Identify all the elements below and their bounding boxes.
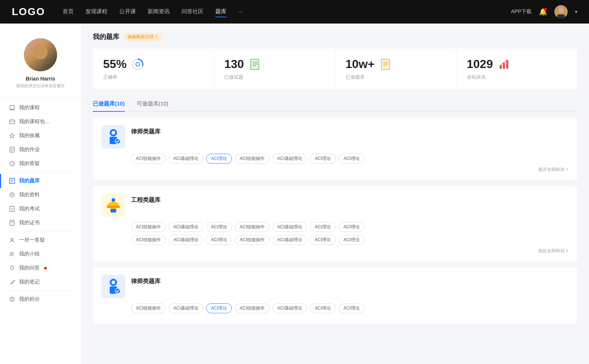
nav-home[interactable]: 首页 (63, 7, 74, 17)
user-menu-chevron[interactable]: ▾ (575, 9, 577, 14)
exam-icon (9, 206, 15, 212)
tag-item[interactable]: ACI基础理论 (272, 303, 307, 313)
sidebar-item-exam[interactable]: 我的考试 (0, 202, 81, 216)
svg-point-52 (112, 131, 115, 135)
svg-point-31 (11, 298, 13, 300)
svg-rect-5 (10, 120, 15, 124)
tag-item[interactable]: ACI理论 (206, 303, 232, 313)
tab-done[interactable]: 已做题库(10) (93, 97, 125, 111)
tag-item[interactable]: ACI理论 (310, 222, 336, 232)
nav-qbank[interactable]: 题库 (215, 7, 226, 17)
app-download-button[interactable]: APP下载 (511, 8, 532, 15)
sidebar-item-homework[interactable]: 我的作业 (0, 143, 81, 157)
expand-lawyer1[interactable]: 展开全部科目 > (102, 167, 568, 173)
navbar-right: APP下载 🔔 ▾ (511, 5, 577, 18)
tag-item[interactable]: ACI理论 (339, 222, 364, 232)
stat-db-row: 10w+ (346, 57, 446, 71)
nav-more[interactable]: ··· (238, 7, 243, 17)
tag-item[interactable]: ACI技能操作 (131, 154, 166, 164)
sidebar-item-group[interactable]: 我的小组 (0, 247, 81, 261)
tag-item[interactable]: ACI基础理论 (272, 235, 307, 245)
stat-rank-value: 1029 (467, 57, 493, 71)
user-name: Brian Harris (26, 76, 55, 82)
svg-point-49 (507, 60, 508, 61)
tab-todo[interactable]: 可做题库(10) (137, 97, 169, 111)
qbank-tags-lawyer1: ACI技能操作ACI基础理论ACI理论ACI技能操作ACI基础理论ACI理论AC… (131, 154, 568, 164)
sidebar-item-points[interactable]: 我的积分 (0, 292, 81, 306)
nav-qa[interactable]: 问答社区 (181, 7, 204, 17)
tag-item[interactable]: ACI基础理论 (169, 222, 203, 232)
notification-bell[interactable]: 🔔 (539, 8, 547, 16)
qbank-tags-eng-row2: ACI技能操作ACI基础理论ACI理论ACI技能操作ACI基础理论ACI理论AC… (131, 235, 568, 245)
favorites-icon (9, 132, 15, 139)
svg-point-34 (134, 61, 141, 68)
stat-accuracy-value: 55% (103, 57, 127, 71)
nav-discover[interactable]: 发现课程 (85, 7, 107, 17)
notification-dot (544, 8, 547, 11)
qbank-tags-lawyer2: ACI技能操作ACI基础理论ACI理论ACI技能操作ACI基础理论ACI理论AC… (131, 303, 568, 313)
avatar (24, 38, 57, 71)
tag-item[interactable]: ACI理论 (206, 235, 232, 245)
sidebar-divider-1 (6, 172, 75, 172)
sidebar-label-data: 我的资料 (19, 192, 40, 198)
tutor-icon (9, 237, 15, 243)
qbank-header-lawyer1: 律师类题库 (102, 125, 568, 149)
tag-item[interactable]: ACI技能操作 (131, 303, 166, 313)
svg-point-19 (11, 194, 13, 196)
sidebar-item-answers[interactable]: ? 我的答疑 (0, 157, 81, 171)
logo[interactable]: LOGO (12, 6, 45, 18)
tag-item[interactable]: ACI理论 (339, 303, 364, 313)
navbar: LOGO 首页 发现课程 公开课 新闻资讯 问答社区 题库 ··· APP下载 … (0, 0, 589, 24)
sidebar-item-course[interactable]: 我的课程 (0, 101, 81, 115)
tag-item[interactable]: ACI技能操作 (235, 303, 269, 313)
tag-item[interactable]: ACI技能操作 (131, 235, 166, 245)
tag-item[interactable]: ACI理论 (310, 303, 336, 313)
tag-item[interactable]: ACI理论 (310, 235, 336, 245)
tag-item[interactable]: ACI技能操作 (235, 235, 269, 245)
sidebar-item-notes[interactable]: 我的笔记 (0, 275, 81, 289)
tag-item[interactable]: ACI理论 (339, 154, 364, 164)
tag-item[interactable]: ACI基础理论 (169, 303, 203, 313)
collapse-engineering[interactable]: 收起全部科目 > (102, 248, 568, 254)
data-icon (9, 192, 15, 198)
sidebar-item-cert[interactable]: 我的证书 (0, 216, 81, 230)
tag-item[interactable]: ACI基础理论 (272, 154, 307, 164)
user-avatar-nav[interactable] (554, 5, 568, 18)
tag-item[interactable]: ACI理论 (339, 235, 364, 245)
points-icon (9, 296, 15, 303)
sidebar-item-favorites[interactable]: 我的收藏 (0, 129, 81, 143)
svg-rect-57 (110, 209, 116, 213)
tag-item[interactable]: ACI理论 (206, 222, 232, 232)
tag-item[interactable]: ACI基础理论 (169, 154, 203, 164)
svg-text:?: ? (12, 267, 13, 269)
sidebar-item-tutor[interactable]: 一对一答疑 (0, 233, 81, 247)
tag-item[interactable]: ACI基础理论 (169, 235, 203, 245)
cert-icon (9, 220, 15, 226)
nav-mooc[interactable]: 公开课 (119, 7, 136, 17)
tag-item[interactable]: ACI理论 (310, 154, 336, 164)
qbank-icon-lawyer1 (102, 125, 125, 149)
tag-item[interactable]: ACI基础理论 (272, 222, 307, 232)
sidebar-label-favorites: 我的收藏 (19, 132, 40, 139)
sidebar-item-myqa[interactable]: ? 我的问答 (0, 261, 81, 275)
tag-item[interactable]: ACI理论 (206, 154, 232, 164)
qbank-icon-engineering (102, 193, 125, 217)
svg-rect-2 (557, 14, 565, 18)
stat-rank-row: 1029 (467, 57, 567, 71)
nav-news[interactable]: 新闻资讯 (148, 7, 170, 17)
svg-rect-8 (10, 147, 14, 152)
qbank-header-lawyer2: 律师类题库 (102, 275, 568, 298)
tag-item[interactable]: ACI技能操作 (235, 222, 269, 232)
sidebar-item-course-pkg[interactable]: 我的课程包... (0, 115, 81, 129)
sidebar-label-exam: 我的考试 (19, 206, 40, 212)
stat-dq-value: 130 (224, 57, 244, 71)
sidebar-item-data[interactable]: 我的资料 (0, 188, 81, 202)
sidebar-item-qbank[interactable]: 我的题库 (0, 174, 81, 188)
svg-point-24 (12, 239, 13, 240)
svg-rect-3 (10, 106, 14, 109)
notes-icon (9, 279, 15, 285)
tag-item[interactable]: ACI技能操作 (131, 222, 166, 232)
sidebar-label-notes: 我的笔记 (19, 279, 40, 285)
tag-item[interactable]: ACI技能操作 (235, 154, 269, 164)
svg-rect-36 (251, 59, 259, 69)
